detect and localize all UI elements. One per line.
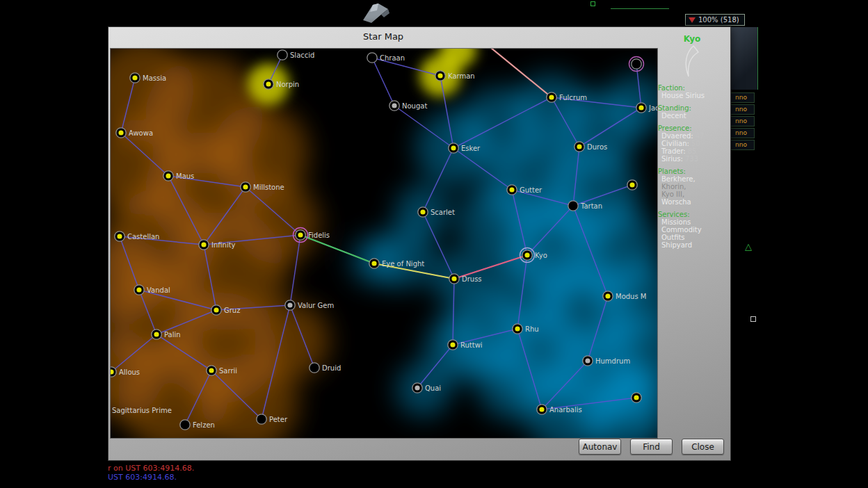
system-info-panel: Kyo Faction: House Sirius Standing: Dece… <box>655 35 729 449</box>
system-node-karman[interactable]: Karman <box>435 71 475 81</box>
system-node-norpin[interactable]: Norpin <box>264 79 299 89</box>
green-triangle-icon: △ <box>745 242 752 251</box>
system-node-palin[interactable]: Palin <box>152 330 181 339</box>
system-node-corner[interactable] <box>629 57 644 72</box>
system-label: Kyo <box>535 252 547 259</box>
system-node-gruz[interactable]: Gruz <box>211 305 241 315</box>
system-node-maus[interactable]: Maus <box>163 171 195 181</box>
system-node-esker[interactable]: Esker <box>449 143 481 153</box>
system-node-tartan[interactable]: Tartan <box>568 201 602 211</box>
target-arrow-icon <box>689 17 696 23</box>
system-label: Vandal <box>147 286 170 294</box>
presence-row: Sirius:733 <box>658 155 729 163</box>
system-node-fulcrum[interactable]: Fulcrum <box>547 92 587 102</box>
system-label: Infinity <box>211 241 236 249</box>
system-node-druss[interactable]: Druss <box>449 274 482 284</box>
window-title: Star Map <box>108 31 658 42</box>
system-node-duros[interactable]: Duros <box>574 142 607 152</box>
system-label: Slaccid <box>290 51 314 59</box>
service-item: Commodity <box>658 226 729 234</box>
game-screen: 100% (518) nno nno nno nno nno △ r on US… <box>0 0 868 488</box>
system-node-nougat[interactable]: Nougat <box>389 101 428 111</box>
system-node-millstone[interactable]: Millstone <box>241 182 284 192</box>
selected-system-name: Kyo <box>655 35 729 43</box>
hud-frame-line <box>611 8 669 9</box>
services-group: Services: Missions Commodity Outfits Shi… <box>655 211 729 249</box>
planet-item: Kyo III, <box>658 190 729 198</box>
system-label: Massia <box>143 74 166 82</box>
system-label: Valur Gem <box>298 302 334 309</box>
system-label: Tartan <box>580 202 602 210</box>
autonav-button[interactable]: Autonav <box>579 439 621 455</box>
weapon-ammo-indicator: nno <box>730 128 755 138</box>
system-label: Nougat <box>402 102 427 110</box>
system-node-ruttwi[interactable]: Ruttwi <box>448 340 483 350</box>
faction-group: Faction: House Sirius <box>655 84 729 99</box>
system-label: Fidelis <box>308 231 330 239</box>
system-node-slaccid[interactable]: Slaccid <box>278 50 315 60</box>
target-health-text: 100% (518) <box>698 16 739 24</box>
system-label: Fulcrum <box>559 94 587 101</box>
system-label: Allous <box>119 368 140 376</box>
system-label: Gruz <box>224 307 240 314</box>
weapon-ammo-indicator: nno <box>730 116 755 127</box>
system-label: Eye of Night <box>382 260 424 268</box>
player-ship-icon <box>357 2 392 26</box>
system-label: Scarlet <box>431 209 455 216</box>
system-label: Palin <box>164 331 181 339</box>
system-label: Modus M <box>616 293 646 300</box>
system-node-f[interactable] <box>627 180 637 190</box>
system-node-gutter[interactable]: Gutter <box>507 185 542 195</box>
planets-group: Planets: Berkhere, Khorin, Kyo III, Wors… <box>655 168 729 206</box>
system-node-vandal[interactable]: Vandal <box>134 285 170 295</box>
system-label: Millstone <box>253 184 284 191</box>
system-node-chraan[interactable]: Chraan <box>367 53 405 63</box>
system-node-sarrii[interactable]: Sarrii <box>207 366 237 375</box>
star-map-svg[interactable]: SlaccidMassiaNorpinChraanKarmanNougatFul… <box>111 49 658 439</box>
target-health-box: 100% (518) <box>685 14 745 26</box>
system-node-rhu[interactable]: Rhu <box>513 324 539 334</box>
presence-row: Dvaered:47 <box>658 132 729 140</box>
system-node-valurgem[interactable]: Valur Gem <box>285 300 334 310</box>
system-node-infinity[interactable]: Infinity <box>199 240 236 250</box>
presence-group: Presence: Dvaered:47 Civilian:50 Trader:… <box>655 124 729 163</box>
system-label: Anarbalis <box>549 406 582 414</box>
system-label: Ruttwi <box>460 341 483 349</box>
system-node-druid[interactable]: Druid <box>310 363 341 373</box>
system-node-castellan[interactable]: Castellan <box>115 231 160 241</box>
system-label: Karman <box>448 72 475 80</box>
service-item: Outfits <box>658 234 729 241</box>
system-node-anarbalis[interactable]: Anarbalis <box>537 405 582 414</box>
star-map-area[interactable]: SlaccidMassiaNorpinChraanKarmanNougatFul… <box>110 48 658 439</box>
weapon-ammo-indicator: nno <box>730 140 755 150</box>
system-label: Castellan <box>127 233 159 241</box>
system-node-massia[interactable]: Massia <box>130 73 166 83</box>
system-node-felzen[interactable]: Felzen <box>180 420 215 430</box>
system-label: Gutter <box>520 186 542 194</box>
map-extra-label: Sagittarius Prime <box>112 407 172 414</box>
service-item: Missions <box>658 218 729 226</box>
system-node-quai[interactable]: Quai <box>412 383 441 393</box>
close-button[interactable]: Close <box>682 439 724 455</box>
system-label: Norpin <box>276 81 299 88</box>
system-label: Humdrum <box>595 357 630 365</box>
system-node-humdrum[interactable]: Humdrum <box>583 356 630 366</box>
log-message-blue: UST 603:4914.68. <box>108 473 177 482</box>
system-node-scarlet[interactable]: Scarlet <box>418 207 455 217</box>
system-node-modus[interactable]: Modus M <box>603 291 647 301</box>
service-item: Shipyard <box>658 241 729 249</box>
system-node-allous[interactable]: Allous <box>111 367 140 377</box>
system-node-eyeofnight[interactable]: Eye of Night <box>369 259 425 268</box>
find-button[interactable]: Find <box>630 439 673 455</box>
star-map-window: Star Map SlaccidMassiaNorpinChraanKarman… <box>108 26 731 461</box>
weapon-ammo-indicator: nno <box>730 92 755 103</box>
system-label: Felzen <box>193 421 215 429</box>
system-node-peter[interactable]: Peter <box>257 414 288 424</box>
system-node-se[interactable] <box>632 393 641 402</box>
square-indicator-icon <box>750 316 756 322</box>
system-label: Rhu <box>525 325 539 333</box>
sirius-faction-icon <box>680 44 704 78</box>
standing-label: Standing: <box>658 104 729 112</box>
system-node-awowa[interactable]: Awowa <box>116 128 153 138</box>
dialog-buttons: Autonav Find Close <box>579 439 724 455</box>
